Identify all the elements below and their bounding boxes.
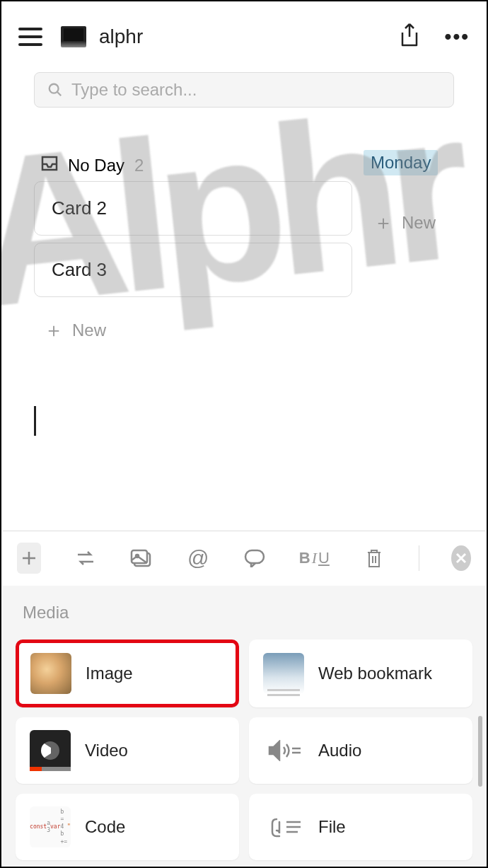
plus-icon: ＋ [373, 209, 393, 236]
separator [419, 545, 419, 571]
media-panel: Media Image Web bookmark Video Audio 1 /… [3, 586, 485, 865]
image-icon[interactable] [130, 543, 154, 574]
media-option-image[interactable]: Image [16, 640, 239, 707]
search-input[interactable]: Type to search... [34, 72, 454, 108]
swap-icon[interactable] [74, 543, 98, 574]
new-card-button[interactable]: ＋ New [364, 197, 454, 249]
app-title: alphr [99, 25, 143, 48]
share-icon[interactable] [398, 23, 421, 51]
trash-icon[interactable] [362, 543, 386, 574]
file-thumb-icon [263, 806, 304, 847]
column-header-noday[interactable]: No Day 2 [34, 150, 352, 181]
editor-toolbar: @ B I U [3, 531, 485, 585]
underline-button[interactable]: U [318, 549, 330, 567]
media-section-label: Media [23, 603, 472, 623]
media-option-audio[interactable]: Audio [249, 717, 472, 784]
svg-rect-4 [245, 550, 264, 563]
scroll-indicator[interactable] [478, 716, 482, 787]
column-count: 2 [134, 156, 144, 175]
search-placeholder: Type to search... [71, 80, 197, 100]
media-option-web-bookmark[interactable]: Web bookmark [249, 640, 472, 707]
app-logo [61, 26, 86, 47]
column-header-monday[interactable]: Monday [364, 150, 438, 175]
comment-icon[interactable] [243, 543, 267, 574]
image-thumb-icon [30, 653, 71, 694]
format-buttons[interactable]: B I U [299, 549, 330, 567]
column-title: No Day [68, 156, 124, 175]
close-button[interactable] [451, 545, 471, 571]
new-card-button[interactable]: ＋ New [34, 304, 352, 357]
add-block-button[interactable] [17, 543, 41, 574]
bold-button[interactable]: B [299, 549, 310, 567]
bookmark-thumb-icon [263, 653, 304, 694]
code-thumb-icon: 1 // My fi2 const a3 var b =4 b += "or [30, 806, 71, 847]
app-header: alphr ••• [1, 1, 487, 72]
media-option-file[interactable]: File [249, 794, 472, 860]
svg-point-0 [50, 84, 59, 93]
plus-icon: ＋ [44, 317, 64, 344]
mention-icon[interactable]: @ [186, 543, 210, 574]
media-option-video[interactable]: Video [16, 717, 239, 784]
menu-icon[interactable] [18, 28, 42, 46]
inbox-icon [41, 156, 58, 175]
card-item[interactable]: Card 2 [34, 181, 352, 236]
video-thumb-icon [30, 730, 71, 771]
more-icon[interactable]: ••• [445, 25, 470, 48]
italic-button[interactable]: I [312, 549, 317, 567]
card-item[interactable]: Card 3 [34, 243, 352, 297]
media-option-code[interactable]: 1 // My fi2 const a3 var b =4 b += "or C… [16, 794, 239, 860]
audio-thumb-icon [263, 730, 304, 771]
text-cursor [34, 406, 36, 436]
editor-area[interactable] [1, 406, 487, 436]
